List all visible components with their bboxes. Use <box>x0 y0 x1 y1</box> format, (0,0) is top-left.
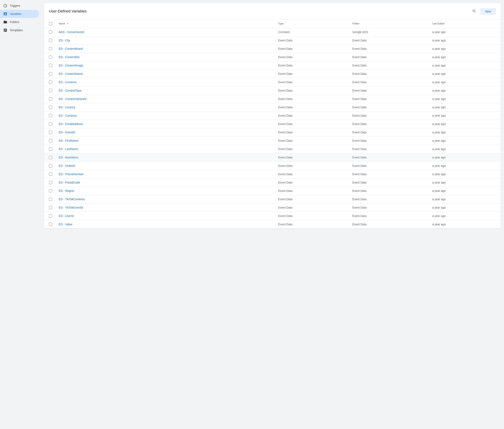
row-checkbox[interactable] <box>49 122 52 125</box>
row-type-cell: Event Data <box>275 145 349 153</box>
row-folder-cell: Event Data <box>349 128 429 137</box>
variable-link[interactable]: ED - Region <box>59 189 74 192</box>
row-last-edited-cell: a year ago <box>429 220 501 229</box>
sort-asc-icon <box>66 22 69 25</box>
variable-link[interactable]: ED - ContentIDs <box>59 55 80 59</box>
row-checkbox-cell[interactable] <box>44 204 55 212</box>
variable-link[interactable]: ED - PostalCode <box>59 181 80 184</box>
variable-link[interactable]: ED - ContentVariantId <box>59 97 87 100</box>
row-checkbox[interactable] <box>49 30 52 34</box>
row-checkbox[interactable] <box>49 223 52 226</box>
variable-link[interactable]: ADS - ConversionId <box>59 30 84 34</box>
row-checkbox-cell[interactable] <box>44 95 55 103</box>
row-name-cell: ED - PostalCode <box>55 179 275 187</box>
variable-link[interactable]: ED - ContentImage <box>59 64 83 67</box>
row-checkbox[interactable] <box>49 80 52 84</box>
row-checkbox-cell[interactable] <box>44 45 55 53</box>
variable-link[interactable]: ED - ContentBrand <box>59 47 83 50</box>
new-button[interactable]: New <box>480 8 496 15</box>
row-checkbox-cell[interactable] <box>44 187 55 195</box>
row-checkbox[interactable] <box>49 131 52 134</box>
name-column-header[interactable]: Name <box>55 19 275 28</box>
row-checkbox-cell[interactable] <box>44 212 55 220</box>
variable-link[interactable]: ED - NumItems <box>59 156 78 159</box>
variable-link[interactable]: ED - ContentType <box>59 89 81 92</box>
row-name-cell: ED - LastName <box>55 145 275 153</box>
row-checkbox[interactable] <box>49 64 52 67</box>
variable-link[interactable]: ED - TikTokEventId <box>59 206 83 209</box>
variable-link[interactable]: ED - TikTokContents <box>59 197 85 201</box>
sidebar-item-folders[interactable]: Folders <box>0 18 39 26</box>
variable-link[interactable]: ED - PhoneNumber <box>59 172 84 176</box>
variable-link[interactable]: ED - EmailAddress <box>59 122 83 125</box>
row-type-cell: Event Data <box>275 36 349 45</box>
sidebar-item-templates[interactable]: Templates <box>0 26 39 34</box>
row-checkbox-cell[interactable] <box>44 179 55 187</box>
variable-link[interactable]: ED - City <box>59 39 70 42</box>
search-button[interactable] <box>470 7 478 15</box>
row-last-edited-cell: a year ago <box>429 86 501 95</box>
row-checkbox-cell[interactable] <box>44 137 55 145</box>
row-checkbox[interactable] <box>49 72 52 75</box>
row-checkbox[interactable] <box>49 172 52 176</box>
row-checkbox-cell[interactable] <box>44 61 55 70</box>
row-checkbox-cell[interactable] <box>44 36 55 45</box>
row-checkbox[interactable] <box>49 114 52 117</box>
row-checkbox[interactable] <box>49 164 52 167</box>
row-checkbox-cell[interactable] <box>44 153 55 162</box>
table-row: ADS - ConversionIdConstantGoogle ADSa ye… <box>44 28 501 36</box>
row-checkbox[interactable] <box>49 47 52 50</box>
row-checkbox-cell[interactable] <box>44 195 55 204</box>
row-checkbox-cell[interactable] <box>44 86 55 95</box>
row-last-edited-cell: a year ago <box>429 112 501 120</box>
row-checkbox[interactable] <box>49 206 52 209</box>
row-folder-cell: Event Data <box>349 195 429 204</box>
variable-link[interactable]: ED - OrderID <box>59 164 75 167</box>
row-checkbox-cell[interactable] <box>44 128 55 137</box>
row-checkbox-cell[interactable] <box>44 103 55 112</box>
sidebar-item-triggers[interactable]: Triggers <box>0 2 39 10</box>
row-checkbox[interactable] <box>49 214 52 218</box>
row-checkbox[interactable] <box>49 189 52 192</box>
row-checkbox-cell[interactable] <box>44 70 55 78</box>
select-all-checkbox[interactable] <box>49 22 52 25</box>
variable-link[interactable]: ED - LastName <box>59 147 78 151</box>
sidebar-item-variables[interactable]: Variables <box>0 10 39 18</box>
variable-link[interactable]: ED - Contents <box>59 80 77 84</box>
row-checkbox[interactable] <box>49 156 52 159</box>
main-content: User-Defined Variables New <box>41 0 504 429</box>
row-checkbox-cell[interactable] <box>44 53 55 61</box>
row-checkbox[interactable] <box>49 97 52 100</box>
variable-link[interactable]: ED - FirstName <box>59 139 78 142</box>
row-checkbox-cell[interactable] <box>44 112 55 120</box>
row-checkbox[interactable] <box>49 89 52 92</box>
row-folder-cell: Event Data <box>349 145 429 153</box>
row-checkbox[interactable] <box>49 197 52 201</box>
row-checkbox[interactable] <box>49 139 52 142</box>
row-checkbox[interactable] <box>49 39 52 42</box>
variable-link[interactable]: ED - EventID <box>59 131 75 134</box>
row-checkbox-cell[interactable] <box>44 170 55 179</box>
row-checkbox[interactable] <box>49 181 52 184</box>
name-sort-indicator: Name <box>59 22 69 25</box>
row-checkbox-cell[interactable] <box>44 120 55 128</box>
row-checkbox-cell[interactable] <box>44 78 55 86</box>
table-row: ED - PostalCodeEvent DataEvent Dataa yea… <box>44 179 501 187</box>
row-last-edited-cell: a year ago <box>429 212 501 220</box>
variable-link[interactable]: ED - Country <box>59 106 75 109</box>
row-checkbox[interactable] <box>49 55 52 59</box>
variable-link[interactable]: ED - ContentName <box>59 72 83 75</box>
variable-link[interactable]: ED - UserId <box>59 214 74 218</box>
last-edited-column-header: Last Edited <box>429 19 501 28</box>
row-checkbox[interactable] <box>49 106 52 109</box>
row-type-cell: Event Data <box>275 153 349 162</box>
variable-link[interactable]: ED - Currency <box>59 114 77 117</box>
row-checkbox[interactable] <box>49 147 52 151</box>
row-checkbox-cell[interactable] <box>44 162 55 170</box>
row-checkbox-cell[interactable] <box>44 145 55 153</box>
row-checkbox-cell[interactable] <box>44 220 55 229</box>
variable-link[interactable]: ED - Value <box>59 223 72 226</box>
select-all-header[interactable] <box>44 19 55 28</box>
row-name-cell: ED - Region <box>55 187 275 195</box>
row-checkbox-cell[interactable] <box>44 28 55 36</box>
